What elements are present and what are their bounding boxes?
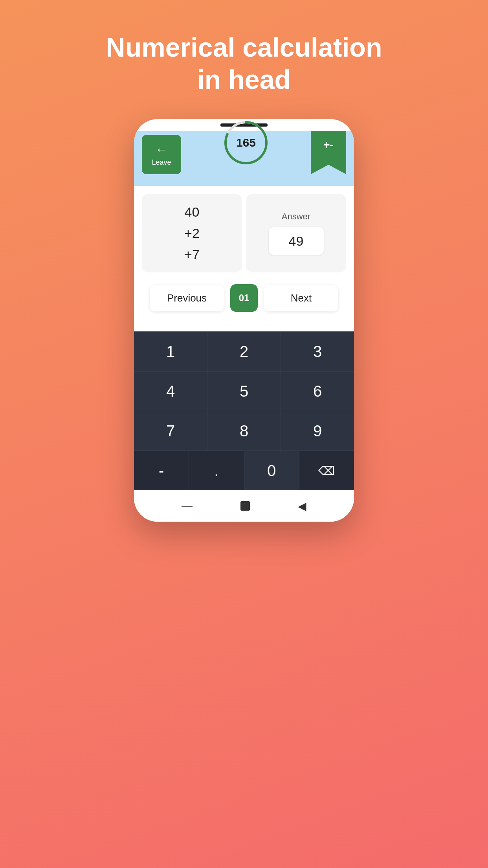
main-content: 40 +2 +7 Answer 49 Previous 01 Next	[134, 186, 354, 331]
leave-label: Leave	[152, 158, 171, 167]
back-arrow-icon: ←	[155, 142, 168, 157]
keyboard-row-4: - . 0 ⌫	[134, 451, 354, 490]
answer-card: Answer 49	[246, 194, 346, 272]
nav-row: Previous 01 Next	[142, 280, 346, 324]
page-title: Numerical calculation in head	[75, 31, 414, 96]
phone-bottom-nav: — ◀	[134, 490, 354, 522]
key-5[interactable]: 5	[207, 371, 281, 411]
timer-circle: 165	[222, 119, 270, 166]
timer-circle-container: 165	[222, 119, 270, 166]
problem-card: 40 +2 +7	[142, 194, 242, 272]
key-0[interactable]: 0	[244, 451, 299, 490]
key-6[interactable]: 6	[281, 371, 354, 411]
nav-menu-icon[interactable]: —	[182, 500, 193, 512]
key-3[interactable]: 3	[281, 332, 354, 371]
problem-numbers: 40 +2 +7	[184, 201, 200, 265]
nav-back-icon[interactable]: ◀	[298, 500, 306, 513]
timer-number: 165	[236, 136, 256, 149]
key-minus[interactable]: -	[134, 451, 189, 490]
problem-line2: +2	[184, 223, 200, 244]
app-header: ← Leave 165 +-	[134, 131, 354, 186]
problem-line3: +7	[184, 244, 200, 265]
next-button[interactable]: Next	[264, 285, 338, 311]
answer-value: 49	[289, 234, 304, 249]
key-dot[interactable]: .	[189, 451, 244, 490]
key-4[interactable]: 4	[134, 371, 207, 411]
page-indicator: 01	[230, 284, 258, 312]
leave-button[interactable]: ← Leave	[142, 135, 181, 174]
key-7[interactable]: 7	[134, 411, 207, 451]
previous-button[interactable]: Previous	[150, 285, 224, 311]
bookmark-button[interactable]: +-	[311, 131, 346, 174]
answer-label: Answer	[282, 211, 310, 222]
keyboard-row-2: 4 5 6	[134, 371, 354, 411]
keyboard-row-1: 1 2 3	[134, 331, 354, 371]
phone-frame: ← Leave 165 +- 40 +2	[134, 119, 354, 522]
key-backspace[interactable]: ⌫	[299, 451, 354, 490]
keyboard-row-3: 7 8 9	[134, 411, 354, 451]
key-2[interactable]: 2	[207, 332, 281, 371]
problem-answer-row: 40 +2 +7 Answer 49	[142, 194, 346, 272]
key-8[interactable]: 8	[207, 411, 281, 451]
key-1[interactable]: 1	[134, 332, 207, 371]
answer-value-box[interactable]: 49	[269, 227, 324, 255]
keyboard: 1 2 3 4 5 6 7 8 9 - . 0 ⌫	[134, 331, 354, 490]
bookmark-icon: +-	[323, 139, 334, 151]
nav-home-icon[interactable]	[240, 501, 250, 511]
key-9[interactable]: 9	[281, 411, 354, 451]
problem-line1: 40	[184, 201, 200, 223]
